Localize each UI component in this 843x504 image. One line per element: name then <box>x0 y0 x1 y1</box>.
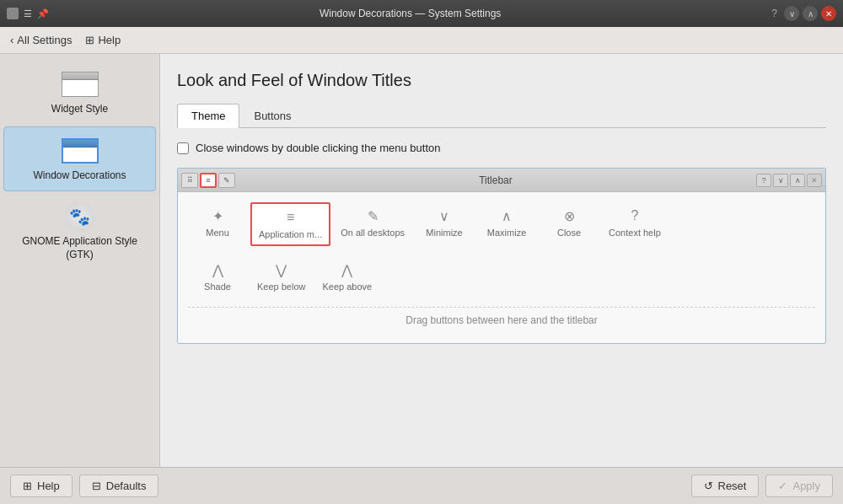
app-icon <box>7 8 19 19</box>
context-help-btn-icon: ? <box>631 207 638 224</box>
top-nav: ‹ All Settings ⊞ Help <box>0 27 843 54</box>
window-help-btn[interactable]: ? <box>771 8 777 19</box>
content-area: Widget Style Window Decorations 🐾 GNOME … <box>0 54 843 467</box>
help-button[interactable]: ⊞ Help <box>10 475 72 497</box>
widget-style-label: Widget Style <box>51 103 108 116</box>
apply-button-label: Apply <box>792 480 820 492</box>
close-btn-label: Close <box>557 228 581 238</box>
title-bar: ☰ 📌 Window Decorations — System Settings… <box>0 0 843 27</box>
window-minimize-btn[interactable]: ∨ <box>784 6 799 21</box>
minimize-btn-icon: ∨ <box>439 207 449 224</box>
tab-buttons[interactable]: Buttons <box>239 104 305 127</box>
window-decorations-label: Window Decorations <box>33 169 126 183</box>
help-nav-button[interactable]: ⊞ Help <box>85 34 121 46</box>
minimize-btn-label: Minimize <box>426 228 462 238</box>
main-panel: Look and Feel of Window Titles Theme But… <box>160 54 843 467</box>
close-btn-icon: ⊗ <box>564 207 575 224</box>
bottom-bar: ⊞ Help ⊟ Defaults ↺ Reset ✓ Apply <box>0 467 843 504</box>
back-button[interactable]: ‹ All Settings <box>10 34 72 46</box>
titlebar-menu-icon[interactable]: ☰ <box>24 8 32 19</box>
fake-question-btn[interactable]: ? <box>756 174 771 187</box>
checkbox-row: Close windows by double clicking the men… <box>177 142 826 154</box>
keep-above-btn-icon: ⋀ <box>341 261 352 278</box>
apply-button[interactable]: ✓ Apply <box>765 475 833 497</box>
window-controls: ? ∨ ∧ ✕ <box>771 6 836 21</box>
keep-above-btn-label: Keep above <box>323 281 373 292</box>
preview-box: ⠿ ≡ ✎ Titlebar ? ∨ ∧ ✕ ✦ <box>177 168 826 344</box>
app-menu-btn-label: Application m... <box>259 229 322 239</box>
buttons-grid: ✦ Menu ≡ Application m... ✎ On all deskt… <box>188 202 815 246</box>
all-desktops-btn-label: On all desktops <box>341 228 405 238</box>
reset-button[interactable]: ↺ Reset <box>691 475 760 497</box>
sidebar-item-widget-style[interactable]: Widget Style <box>3 61 156 125</box>
keep-below-btn-label: Keep below <box>257 281 306 292</box>
menu-btn-label: Menu <box>206 228 229 238</box>
reset-button-icon: ↺ <box>704 480 713 492</box>
tab-bar: Theme Buttons <box>177 104 826 128</box>
app-container: ‹ All Settings ⊞ Help Widget Style Wind <box>0 27 843 504</box>
drag-button-minimize[interactable]: ∨ Minimize <box>415 202 474 243</box>
help-nav-label: Help <box>98 34 121 46</box>
defaults-button-label: Defaults <box>106 480 147 492</box>
drag-button-application-menu[interactable]: ≡ Application m... <box>250 202 330 246</box>
double-click-checkbox[interactable] <box>177 142 189 154</box>
help-button-label: Help <box>37 480 60 492</box>
drag-button-keep-below[interactable]: ⋁ Keep below <box>250 256 313 297</box>
sidebar-item-window-decorations[interactable]: Window Decorations <box>3 126 156 192</box>
widget-style-icon <box>60 69 100 99</box>
maximize-btn-label: Maximize <box>487 228 526 238</box>
buttons-area: ✦ Menu ≡ Application m... ✎ On all deskt… <box>178 192 825 343</box>
sidebar-item-gnome-style[interactable]: 🐾 GNOME Application Style (GTK) <box>3 193 156 270</box>
window-decorations-icon <box>60 136 100 166</box>
fake-titlebar-text: Titlebar <box>237 174 754 186</box>
page-title: Look and Feel of Window Titles <box>177 71 826 90</box>
gnome-style-icon: 🐾 <box>60 201 100 232</box>
back-label: All Settings <box>17 34 72 46</box>
bottom-bar-left: ⊞ Help ⊟ Defaults <box>10 475 158 497</box>
tab-theme[interactable]: Theme <box>177 104 239 128</box>
app-menu-btn-icon: ≡ <box>287 209 294 226</box>
window-title: Window Decorations — System Settings <box>49 8 771 19</box>
window-close-btn[interactable]: ✕ <box>821 6 836 21</box>
defaults-button-icon: ⊟ <box>92 480 101 492</box>
drag-button-shade[interactable]: ⋀ Shade <box>188 256 247 297</box>
fake-app-menu-btn[interactable]: ≡ <box>200 173 217 188</box>
drag-button-maximize[interactable]: ∧ Maximize <box>477 202 536 243</box>
fake-close-btn[interactable]: ✕ <box>807 174 822 187</box>
fake-grip-icon: ⠿ <box>181 173 198 188</box>
checkbox-label: Close windows by double clicking the men… <box>196 142 441 154</box>
help-button-icon: ⊞ <box>23 480 32 492</box>
drag-button-context-help[interactable]: ? Context help <box>602 202 668 243</box>
sidebar: Widget Style Window Decorations 🐾 GNOME … <box>0 54 160 467</box>
shade-btn-icon: ⋀ <box>212 261 223 278</box>
shade-btn-label: Shade <box>204 281 231 292</box>
drag-button-keep-above[interactable]: ⋀ Keep above <box>316 256 379 297</box>
keep-below-btn-icon: ⋁ <box>276 261 287 278</box>
fake-maximize-btn[interactable]: ∧ <box>790 174 805 187</box>
fake-titlebar: ⠿ ≡ ✎ Titlebar ? ∨ ∧ ✕ <box>178 169 825 192</box>
fake-edit-btn[interactable]: ✎ <box>218 173 235 188</box>
drag-hint: Drag buttons between here and the titleb… <box>188 307 815 333</box>
reset-button-label: Reset <box>718 480 747 492</box>
gnome-style-label: GNOME Application Style (GTK) <box>10 235 149 261</box>
drag-button-all-desktops[interactable]: ✎ On all desktops <box>334 202 411 243</box>
all-desktops-btn-icon: ✎ <box>368 207 379 224</box>
bottom-bar-right: ↺ Reset ✓ Apply <box>691 475 834 497</box>
help-nav-icon: ⊞ <box>85 34 94 46</box>
menu-btn-icon: ✦ <box>212 207 223 224</box>
buttons-grid-row2: ⋀ Shade ⋁ Keep below ⋀ Keep above <box>188 256 815 297</box>
context-help-btn-label: Context help <box>609 228 661 238</box>
window-maximize-btn[interactable]: ∧ <box>803 6 818 21</box>
fake-minimize-btn[interactable]: ∨ <box>773 174 788 187</box>
defaults-button[interactable]: ⊟ Defaults <box>79 475 159 497</box>
fake-tb-right-controls: ? ∨ ∧ ✕ <box>756 174 822 187</box>
drag-button-close[interactable]: ⊗ Close <box>540 202 599 243</box>
drag-button-menu[interactable]: ✦ Menu <box>188 202 247 243</box>
back-arrow-icon: ‹ <box>10 34 13 46</box>
maximize-btn-icon: ∧ <box>502 207 512 224</box>
titlebar-pin-icon[interactable]: 📌 <box>37 8 49 19</box>
apply-button-icon: ✓ <box>778 480 787 492</box>
title-bar-left: ☰ 📌 <box>7 8 49 19</box>
